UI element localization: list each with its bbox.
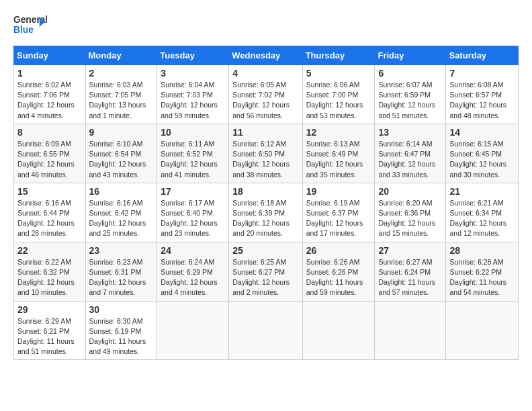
calendar-cell: 30Sunrise: 6:30 AMSunset: 6:19 PMDayligh… xyxy=(85,301,157,360)
header-thursday: Thursday xyxy=(302,46,375,65)
day-number: 1 xyxy=(17,68,82,79)
calendar-cell: 14Sunrise: 6:15 AMSunset: 6:45 PMDayligh… xyxy=(446,124,519,183)
calendar-cell: 15Sunrise: 6:16 AMSunset: 6:44 PMDayligh… xyxy=(14,183,86,242)
calendar-cell: 20Sunrise: 6:20 AMSunset: 6:36 PMDayligh… xyxy=(375,183,446,242)
day-number: 20 xyxy=(378,186,442,197)
day-number: 21 xyxy=(449,186,515,197)
calendar-cell: 21Sunrise: 6:21 AMSunset: 6:34 PMDayligh… xyxy=(446,183,519,242)
calendar-cell: 24Sunrise: 6:24 AMSunset: 6:29 PMDayligh… xyxy=(157,242,229,301)
calendar-week-row: 15Sunrise: 6:16 AMSunset: 6:44 PMDayligh… xyxy=(14,183,519,242)
day-info: Sunrise: 6:05 AMSunset: 7:02 PMDaylight:… xyxy=(232,80,298,121)
calendar-cell xyxy=(302,301,375,360)
day-info: Sunrise: 6:19 AMSunset: 6:37 PMDaylight:… xyxy=(306,198,371,239)
calendar-cell: 4Sunrise: 6:05 AMSunset: 7:02 PMDaylight… xyxy=(229,65,302,124)
day-info: Sunrise: 6:15 AMSunset: 6:45 PMDaylight:… xyxy=(449,139,515,180)
day-info: Sunrise: 6:13 AMSunset: 6:49 PMDaylight:… xyxy=(306,139,371,180)
calendar-cell: 3Sunrise: 6:04 AMSunset: 7:03 PMDaylight… xyxy=(157,65,229,124)
day-info: Sunrise: 6:16 AMSunset: 6:42 PMDaylight:… xyxy=(89,198,154,239)
calendar-cell: 5Sunrise: 6:06 AMSunset: 7:00 PMDaylight… xyxy=(302,65,375,124)
calendar-cell: 26Sunrise: 6:26 AMSunset: 6:26 PMDayligh… xyxy=(302,242,375,301)
day-info: Sunrise: 6:23 AMSunset: 6:31 PMDaylight:… xyxy=(89,257,154,298)
calendar-cell: 11Sunrise: 6:12 AMSunset: 6:50 PMDayligh… xyxy=(229,124,302,183)
day-number: 25 xyxy=(232,245,298,256)
calendar-cell xyxy=(375,301,446,360)
calendar-cell xyxy=(446,301,519,360)
calendar-cell: 17Sunrise: 6:17 AMSunset: 6:40 PMDayligh… xyxy=(157,183,229,242)
header-monday: Monday xyxy=(85,46,157,65)
day-number: 14 xyxy=(449,127,515,138)
day-number: 2 xyxy=(89,68,154,79)
day-info: Sunrise: 6:26 AMSunset: 6:26 PMDaylight:… xyxy=(306,257,371,298)
calendar-cell: 28Sunrise: 6:28 AMSunset: 6:22 PMDayligh… xyxy=(446,242,519,301)
day-number: 8 xyxy=(17,127,82,138)
day-info: Sunrise: 6:27 AMSunset: 6:24 PMDaylight:… xyxy=(378,257,442,298)
day-info: Sunrise: 6:30 AMSunset: 6:19 PMDaylight:… xyxy=(89,316,154,357)
day-number: 4 xyxy=(232,68,298,79)
day-info: Sunrise: 6:08 AMSunset: 6:57 PMDaylight:… xyxy=(449,80,515,121)
calendar-cell: 18Sunrise: 6:18 AMSunset: 6:39 PMDayligh… xyxy=(229,183,302,242)
logo-svg: General Blue xyxy=(13,11,47,38)
day-number: 18 xyxy=(232,186,298,197)
header-friday: Friday xyxy=(375,46,446,65)
day-number: 11 xyxy=(232,127,298,138)
calendar-header-row: SundayMondayTuesdayWednesdayThursdayFrid… xyxy=(14,46,519,65)
calendar-cell: 7Sunrise: 6:08 AMSunset: 6:57 PMDaylight… xyxy=(446,65,519,124)
day-number: 24 xyxy=(161,245,225,256)
day-info: Sunrise: 6:09 AMSunset: 6:55 PMDaylight:… xyxy=(17,139,82,180)
header-wednesday: Wednesday xyxy=(229,46,302,65)
calendar-cell: 23Sunrise: 6:23 AMSunset: 6:31 PMDayligh… xyxy=(85,242,157,301)
logo: General Blue xyxy=(13,11,47,38)
calendar-cell: 6Sunrise: 6:07 AMSunset: 6:59 PMDaylight… xyxy=(375,65,446,124)
header-tuesday: Tuesday xyxy=(157,46,229,65)
day-info: Sunrise: 6:14 AMSunset: 6:47 PMDaylight:… xyxy=(378,139,442,180)
day-info: Sunrise: 6:29 AMSunset: 6:21 PMDaylight:… xyxy=(17,316,82,357)
header-saturday: Saturday xyxy=(446,46,519,65)
calendar-week-row: 22Sunrise: 6:22 AMSunset: 6:32 PMDayligh… xyxy=(14,242,519,301)
day-number: 12 xyxy=(306,127,371,138)
calendar-cell: 29Sunrise: 6:29 AMSunset: 6:21 PMDayligh… xyxy=(14,301,86,360)
calendar-cell: 2Sunrise: 6:03 AMSunset: 7:05 PMDaylight… xyxy=(85,65,157,124)
calendar-cell: 22Sunrise: 6:22 AMSunset: 6:32 PMDayligh… xyxy=(14,242,86,301)
day-number: 5 xyxy=(306,68,371,79)
calendar-table: SundayMondayTuesdayWednesdayThursdayFrid… xyxy=(13,46,519,360)
day-info: Sunrise: 6:25 AMSunset: 6:27 PMDaylight:… xyxy=(232,257,298,298)
day-info: Sunrise: 6:16 AMSunset: 6:44 PMDaylight:… xyxy=(17,198,82,239)
calendar-week-row: 8Sunrise: 6:09 AMSunset: 6:55 PMDaylight… xyxy=(14,124,519,183)
day-number: 22 xyxy=(17,245,82,256)
calendar-cell: 8Sunrise: 6:09 AMSunset: 6:55 PMDaylight… xyxy=(14,124,86,183)
day-info: Sunrise: 6:24 AMSunset: 6:29 PMDaylight:… xyxy=(161,257,225,298)
calendar-cell: 16Sunrise: 6:16 AMSunset: 6:42 PMDayligh… xyxy=(85,183,157,242)
day-info: Sunrise: 6:04 AMSunset: 7:03 PMDaylight:… xyxy=(161,80,225,121)
svg-text:Blue: Blue xyxy=(13,25,34,35)
calendar-week-row: 29Sunrise: 6:29 AMSunset: 6:21 PMDayligh… xyxy=(14,301,519,360)
day-info: Sunrise: 6:22 AMSunset: 6:32 PMDaylight:… xyxy=(17,257,82,298)
day-number: 16 xyxy=(89,186,154,197)
day-number: 19 xyxy=(306,186,371,197)
calendar-cell: 10Sunrise: 6:11 AMSunset: 6:52 PMDayligh… xyxy=(157,124,229,183)
day-number: 6 xyxy=(378,68,442,79)
day-info: Sunrise: 6:21 AMSunset: 6:34 PMDaylight:… xyxy=(449,198,515,239)
day-number: 9 xyxy=(89,127,154,138)
day-info: Sunrise: 6:06 AMSunset: 7:00 PMDaylight:… xyxy=(306,80,371,121)
day-number: 15 xyxy=(17,186,82,197)
day-info: Sunrise: 6:12 AMSunset: 6:50 PMDaylight:… xyxy=(232,139,298,180)
day-info: Sunrise: 6:03 AMSunset: 7:05 PMDaylight:… xyxy=(89,80,154,121)
calendar-cell: 12Sunrise: 6:13 AMSunset: 6:49 PMDayligh… xyxy=(302,124,375,183)
day-info: Sunrise: 6:07 AMSunset: 6:59 PMDaylight:… xyxy=(378,80,442,121)
day-number: 29 xyxy=(17,304,82,315)
day-number: 30 xyxy=(89,304,154,315)
calendar-cell: 19Sunrise: 6:19 AMSunset: 6:37 PMDayligh… xyxy=(302,183,375,242)
calendar-cell xyxy=(157,301,229,360)
calendar-cell: 1Sunrise: 6:02 AMSunset: 7:06 PMDaylight… xyxy=(14,65,86,124)
day-number: 13 xyxy=(378,127,442,138)
calendar-cell: 25Sunrise: 6:25 AMSunset: 6:27 PMDayligh… xyxy=(229,242,302,301)
day-number: 26 xyxy=(306,245,371,256)
day-info: Sunrise: 6:10 AMSunset: 6:54 PMDaylight:… xyxy=(89,139,154,180)
day-info: Sunrise: 6:28 AMSunset: 6:22 PMDaylight:… xyxy=(449,257,515,298)
header-sunday: Sunday xyxy=(14,46,86,65)
calendar-cell: 9Sunrise: 6:10 AMSunset: 6:54 PMDaylight… xyxy=(85,124,157,183)
day-number: 27 xyxy=(378,245,442,256)
day-number: 10 xyxy=(161,127,225,138)
day-number: 7 xyxy=(449,68,515,79)
day-number: 3 xyxy=(161,68,225,79)
